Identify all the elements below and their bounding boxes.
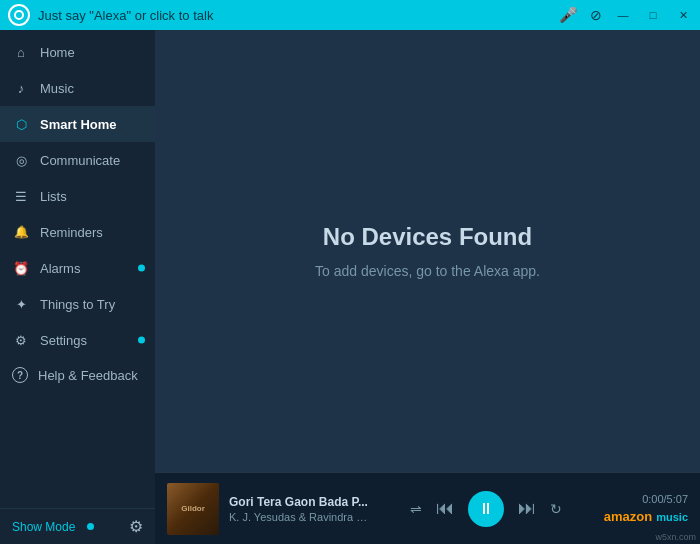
sidebar-item-alarms[interactable]: ⏰ Alarms xyxy=(0,250,155,286)
main-layout: Home Music ⬡ Smart Home ◎ Communicate ☰ … xyxy=(0,30,700,544)
alarms-dot xyxy=(138,265,145,272)
watermark: w5xn.com xyxy=(655,532,696,542)
sidebar-item-home[interactable]: Home xyxy=(0,34,155,70)
pause-button[interactable]: ⏸ xyxy=(468,491,504,527)
titlebar-icons: 🎤 ⊘ — □ ✕ xyxy=(559,6,692,24)
smarthome-icon: ⬡ xyxy=(12,115,30,133)
sidebar-label-settings: Settings xyxy=(40,333,87,348)
show-mode-label[interactable]: Show Mode xyxy=(12,520,75,534)
settings-icon: ⚙ xyxy=(12,331,30,349)
track-artist: K. J. Yesudas & Ravindra Jain xyxy=(229,511,369,523)
shuffle-button[interactable]: ⇌ xyxy=(410,501,422,517)
titlebar-subtitle: Just say "Alexa" or click to talk xyxy=(38,8,213,23)
player-controls: ⇌ ⏮ ⏸ ⏭ ↻ xyxy=(379,491,594,527)
sidebar-label-home: Home xyxy=(40,45,75,60)
maximize-button[interactable]: □ xyxy=(644,6,662,24)
things-icon: ✦ xyxy=(12,295,30,313)
show-mode-dot xyxy=(87,523,94,530)
sidebar-item-help[interactable]: ? Help & Feedback xyxy=(0,358,155,392)
communicate-icon: ◎ xyxy=(12,151,30,169)
close-button[interactable]: ✕ xyxy=(674,6,692,24)
sidebar-item-music[interactable]: Music xyxy=(0,70,155,106)
home-icon xyxy=(12,43,30,61)
track-info: Gori Tera Gaon Bada P... K. J. Yesudas &… xyxy=(229,495,369,523)
alexa-logo xyxy=(8,4,30,26)
time-display: 0:00/5:07 xyxy=(642,493,688,505)
sidebar-label-lists: Lists xyxy=(40,189,67,204)
sidebar: Home Music ⬡ Smart Home ◎ Communicate ☰ … xyxy=(0,30,155,544)
sidebar-label-things: Things to Try xyxy=(40,297,115,312)
album-art-inner: Gildor xyxy=(167,483,219,535)
player-right: 0:00/5:07 amazon music xyxy=(604,493,688,524)
amazon-music-logo: amazon music xyxy=(604,509,688,524)
track-title: Gori Tera Gaon Bada P... xyxy=(229,495,369,509)
previous-button[interactable]: ⏮ xyxy=(436,498,454,519)
sidebar-item-smart-home[interactable]: ⬡ Smart Home xyxy=(0,106,155,142)
lists-icon: ☰ xyxy=(12,187,30,205)
no-devices-title: No Devices Found xyxy=(323,223,532,251)
album-label: Gildor xyxy=(181,504,205,513)
sidebar-label-alarms: Alarms xyxy=(40,261,80,276)
sidebar-item-lists[interactable]: ☰ Lists xyxy=(0,178,155,214)
content-main: No Devices Found To add devices, go to t… xyxy=(155,30,700,472)
cancel-icon[interactable]: ⊘ xyxy=(590,7,602,23)
titlebar: Just say "Alexa" or click to talk 🎤 ⊘ — … xyxy=(0,0,700,30)
pause-icon: ⏸ xyxy=(478,500,494,518)
repeat-button[interactable]: ↻ xyxy=(550,501,562,517)
music-label: music xyxy=(656,511,688,523)
sidebar-item-things-to-try[interactable]: ✦ Things to Try xyxy=(0,286,155,322)
next-button[interactable]: ⏭ xyxy=(518,498,536,519)
no-devices-subtitle: To add devices, go to the Alexa app. xyxy=(315,263,540,279)
settings-dot xyxy=(138,337,145,344)
reminders-icon: 🔔 xyxy=(12,223,30,241)
alarms-icon: ⏰ xyxy=(12,259,30,277)
player-bar: Gildor Gori Tera Gaon Bada P... K. J. Ye… xyxy=(155,472,700,544)
sidebar-label-communicate: Communicate xyxy=(40,153,120,168)
alexa-logo-ring xyxy=(14,10,24,20)
music-icon xyxy=(12,79,30,97)
content-area: No Devices Found To add devices, go to t… xyxy=(155,30,700,544)
sidebar-item-reminders[interactable]: 🔔 Reminders xyxy=(0,214,155,250)
sidebar-label-smart-home: Smart Home xyxy=(40,117,117,132)
settings-gear-icon[interactable]: ⚙ xyxy=(129,517,143,536)
help-icon: ? xyxy=(12,367,28,383)
sidebar-bottom: Show Mode ⚙ xyxy=(0,508,155,544)
sidebar-label-music: Music xyxy=(40,81,74,96)
sidebar-label-help: Help & Feedback xyxy=(38,368,138,383)
sidebar-label-reminders: Reminders xyxy=(40,225,103,240)
mute-icon[interactable]: 🎤 xyxy=(559,6,578,24)
titlebar-left: Just say "Alexa" or click to talk xyxy=(8,4,213,26)
amazon-icon: amazon xyxy=(604,509,652,524)
sidebar-item-settings[interactable]: ⚙ Settings xyxy=(0,322,155,358)
album-art: Gildor xyxy=(167,483,219,535)
sidebar-item-communicate[interactable]: ◎ Communicate xyxy=(0,142,155,178)
minimize-button[interactable]: — xyxy=(614,6,632,24)
